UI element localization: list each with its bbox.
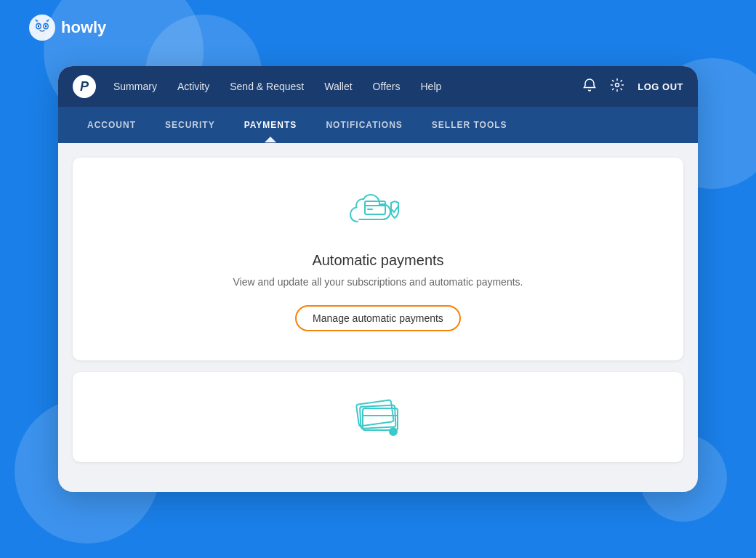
automatic-payments-subtitle: View and update all your subscriptions a… xyxy=(233,276,523,288)
nav-right: LOG OUT xyxy=(582,78,683,96)
logout-button[interactable]: LOG OUT xyxy=(638,81,683,92)
svg-point-5 xyxy=(38,25,39,27)
cards-icon xyxy=(353,394,403,440)
svg-point-15 xyxy=(389,427,398,436)
nav-help[interactable]: Help xyxy=(420,81,441,92)
gear-icon[interactable] xyxy=(610,78,624,96)
brand-name: howly xyxy=(61,18,106,37)
nav-wallet[interactable]: Wallet xyxy=(324,81,352,92)
nav-activity[interactable]: Activity xyxy=(177,81,209,92)
svg-point-7 xyxy=(616,83,619,86)
automatic-payments-icon xyxy=(349,187,407,238)
svg-rect-8 xyxy=(365,201,385,214)
subnav-seller-tools[interactable]: SELLER TOOLS xyxy=(432,108,507,142)
svg-point-0 xyxy=(29,15,55,41)
bell-icon[interactable] xyxy=(582,78,597,96)
subnav-notifications[interactable]: NOTIFICATIONS xyxy=(326,108,402,142)
manage-automatic-payments-button[interactable]: Manage automatic payments xyxy=(295,305,461,331)
paypal-logo: P xyxy=(73,75,96,98)
main-container: P Summary Activity Send & Request Wallet… xyxy=(58,66,698,492)
automatic-payments-title: Automatic payments xyxy=(312,252,443,269)
svg-point-6 xyxy=(45,25,47,27)
top-nav: P Summary Activity Send & Request Wallet… xyxy=(58,66,698,107)
howly-icon xyxy=(29,15,55,41)
automatic-payments-card: Automatic payments View and update all y… xyxy=(73,158,683,360)
svg-rect-11 xyxy=(356,400,394,426)
nav-links: Summary Activity Send & Request Wallet O… xyxy=(113,81,582,92)
nav-send-request[interactable]: Send & Request xyxy=(230,81,304,92)
subnav-account[interactable]: ACCOUNT xyxy=(87,108,136,142)
subnav-security[interactable]: SECURITY xyxy=(165,108,215,142)
nav-offers[interactable]: Offers xyxy=(373,81,401,92)
second-card xyxy=(73,372,683,462)
content-area: Automatic payments View and update all y… xyxy=(58,143,698,492)
sub-nav: ACCOUNT SECURITY PAYMENTS NOTIFICATIONS … xyxy=(58,107,698,143)
nav-summary[interactable]: Summary xyxy=(113,81,157,92)
paypal-p: P xyxy=(80,79,89,94)
brand-logo: howly xyxy=(29,15,106,41)
subnav-payments[interactable]: PAYMENTS xyxy=(244,108,297,142)
